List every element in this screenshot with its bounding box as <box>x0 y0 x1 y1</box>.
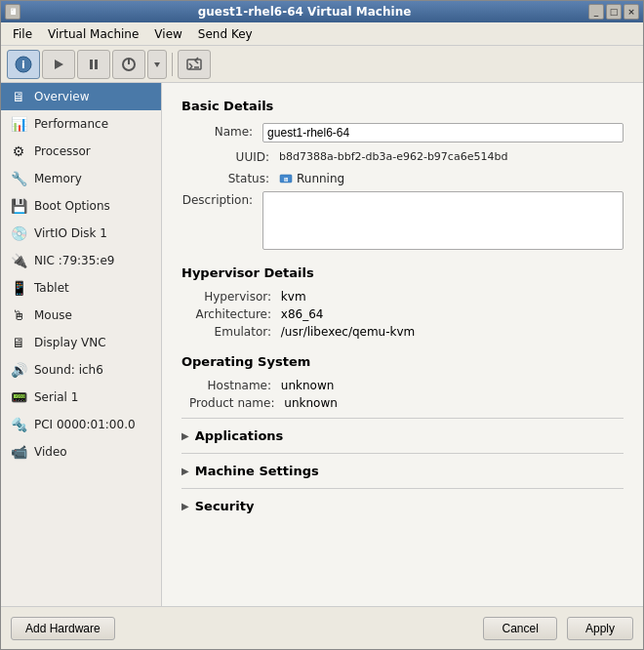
description-input[interactable] <box>262 191 624 250</box>
dropdown-arrow-icon <box>152 60 162 69</box>
name-input[interactable] <box>262 123 624 142</box>
sidebar-label-virtio: VirtIO Disk 1 <box>34 226 153 240</box>
architecture-value: x86_64 <box>281 307 324 321</box>
sidebar-label-sound: Sound: ich6 <box>34 363 153 377</box>
main-window: 🖥 guest1-rhel6-64 Virtual Machine _ □ × … <box>0 0 644 650</box>
menubar: File Virtual Machine View Send Key <box>1 22 643 46</box>
sound-icon: 🔊 <box>9 360 28 380</box>
toolbar-power-btn[interactable] <box>112 50 145 79</box>
bottom-bar: Add Hardware Cancel Apply <box>1 606 643 649</box>
machine-settings-header[interactable]: ▶ Machine Settings <box>181 462 624 480</box>
toolbar: i <box>1 46 643 83</box>
boot-icon: 💾 <box>9 196 28 216</box>
svg-marker-7 <box>154 62 160 67</box>
sidebar-label-memory: Memory <box>34 172 153 185</box>
menu-view[interactable]: View <box>146 25 189 43</box>
hypervisor-row: Hypervisor: kvm <box>181 290 624 304</box>
sidebar-item-tablet[interactable]: 📱 Tablet <box>1 274 161 302</box>
cancel-button[interactable]: Cancel <box>483 617 556 640</box>
applications-chevron: ▶ <box>181 430 189 441</box>
sidebar-label-boot: Boot Options <box>34 199 153 213</box>
emulator-value: /usr/libexec/qemu-kvm <box>281 325 415 339</box>
toolbar-back-btn[interactable] <box>178 50 211 79</box>
content-area: Basic Details Name: UUID: b8d7388a-bbf2-… <box>162 83 643 606</box>
add-hardware-button[interactable]: Add Hardware <box>11 617 115 640</box>
hostname-label: Hostname: <box>189 379 277 392</box>
sidebar-item-memory[interactable]: 🔧 Memory <box>1 165 161 192</box>
security-chevron: ▶ <box>181 501 189 511</box>
product-label: Product name: <box>189 396 280 410</box>
display-icon: 🖥 <box>9 333 28 352</box>
video-icon: 📹 <box>9 442 28 462</box>
sidebar-item-processor[interactable]: ⚙ Processor <box>1 138 161 165</box>
menu-virtual-machine[interactable]: Virtual Machine <box>40 25 146 43</box>
description-row: Description: <box>181 191 624 250</box>
sidebar-item-video[interactable]: 📹 Video <box>1 438 161 466</box>
pause-icon <box>87 58 101 71</box>
pci-icon: 🔩 <box>9 415 28 434</box>
product-row: Product name: unknown <box>181 396 624 410</box>
svg-marker-2 <box>55 60 63 69</box>
sidebar-item-serial[interactable]: 📟 Serial 1 <box>1 384 161 411</box>
apply-button[interactable]: Apply <box>567 617 633 640</box>
power-icon <box>121 57 137 72</box>
svg-rect-4 <box>95 60 98 69</box>
toolbar-dropdown-btn[interactable] <box>147 50 167 79</box>
sidebar-label-processor: Processor <box>34 144 153 158</box>
disk-icon: 💿 <box>9 223 28 243</box>
security-header[interactable]: ▶ Security <box>181 497 624 515</box>
status-label: Status: <box>181 170 279 185</box>
maximize-button[interactable]: □ <box>606 4 622 20</box>
titlebar-title: guest1-rhel6-64 Virtual Machine <box>20 5 588 19</box>
menu-file[interactable]: File <box>5 25 40 43</box>
svg-text:i: i <box>21 59 25 71</box>
basic-details-title: Basic Details <box>181 99 624 113</box>
machine-settings-section: ▶ Machine Settings <box>181 453 624 488</box>
sidebar-item-boot-options[interactable]: 💾 Boot Options <box>1 192 161 220</box>
tablet-icon: 📱 <box>9 278 28 298</box>
sidebar-item-display-vnc[interactable]: 🖥 Display VNC <box>1 329 161 356</box>
machine-settings-label: Machine Settings <box>195 464 319 478</box>
minimize-button[interactable]: _ <box>588 4 604 20</box>
overview-icon: 🖥 <box>9 87 28 106</box>
window-icon: 🖥 <box>5 4 20 20</box>
nic-icon: 🔌 <box>9 251 28 270</box>
titlebar: 🖥 guest1-rhel6-64 Virtual Machine _ □ × <box>1 1 643 22</box>
sidebar-item-performance[interactable]: 📊 Performance <box>1 110 161 138</box>
close-button[interactable]: × <box>624 4 639 20</box>
os-title: Operating System <box>181 354 624 369</box>
console-icon <box>186 57 202 72</box>
hypervisor-label: Hypervisor: <box>189 290 277 304</box>
sidebar-label-display: Display VNC <box>34 336 153 349</box>
status-value: 🖥 Running <box>279 170 624 185</box>
svg-text:🖥: 🖥 <box>283 176 289 183</box>
menu-send-key[interactable]: Send Key <box>190 25 261 43</box>
applications-header[interactable]: ▶ Applications <box>181 427 624 445</box>
status-row: Status: 🖥 Running <box>181 170 624 185</box>
sidebar-item-sound[interactable]: 🔊 Sound: ich6 <box>1 356 161 384</box>
toolbar-pause-btn[interactable] <box>77 50 110 79</box>
sidebar-label-mouse: Mouse <box>34 308 153 322</box>
security-section: ▶ Security <box>181 488 624 523</box>
sidebar-item-virtio-disk[interactable]: 💿 VirtIO Disk 1 <box>1 220 161 247</box>
sidebar-label-video: Video <box>34 445 153 459</box>
sidebar-label-pci: PCI 0000:01:00.0 <box>34 418 153 431</box>
description-label: Description: <box>181 191 262 207</box>
product-value: unknown <box>284 396 338 410</box>
mouse-icon: 🖱 <box>9 305 28 325</box>
sidebar-label-performance: Performance <box>34 117 153 131</box>
performance-icon: 📊 <box>9 114 28 134</box>
sidebar-item-nic[interactable]: 🔌 NIC :79:35:e9 <box>1 247 161 274</box>
uuid-label: UUID: <box>181 148 279 164</box>
emulator-row: Emulator: /usr/libexec/qemu-kvm <box>181 325 624 339</box>
sidebar-item-mouse[interactable]: 🖱 Mouse <box>1 302 161 329</box>
sidebar-label-serial: Serial 1 <box>34 390 153 404</box>
serial-icon: 📟 <box>9 387 28 407</box>
titlebar-controls: _ □ × <box>588 4 639 20</box>
toolbar-overview-btn[interactable]: i <box>7 50 40 79</box>
sidebar-item-overview[interactable]: 🖥 Overview <box>1 83 161 110</box>
toolbar-play-btn[interactable] <box>42 50 75 79</box>
sidebar-item-pci[interactable]: 🔩 PCI 0000:01:00.0 <box>1 411 161 438</box>
uuid-value: b8d7388a-bbf2-db3a-e962-b97ca6e514bd <box>279 148 624 163</box>
security-label: Security <box>195 499 255 513</box>
